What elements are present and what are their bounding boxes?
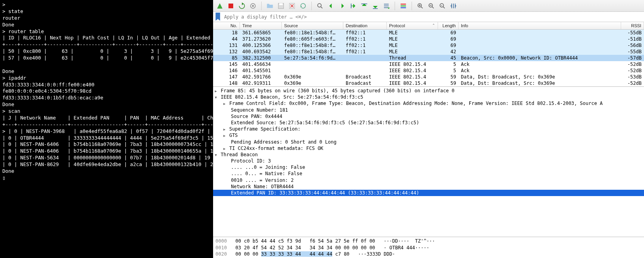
- detail-line[interactable]: GTS: [213, 132, 644, 138]
- packet-row[interactable]: 85382.3125005e:27:5a:54:f6:9d…Thread45Be…: [213, 55, 644, 61]
- expand-closed-icon[interactable]: [223, 100, 227, 107]
- close-file-button[interactable]: [288, 2, 296, 10]
- packet-row[interactable]: 148402.9193110x369eBroadcastIEEE 802.15.…: [213, 80, 644, 86]
- col-time[interactable]: Time: [240, 22, 282, 29]
- detail-line[interactable]: Extended PAN ID: 33:33:33:33:44:44:44:44…: [213, 190, 644, 196]
- stop-capture-button[interactable]: [227, 2, 235, 10]
- packet-row[interactable]: 146401.545501IEEE 802.15.45Ack-52dB: [213, 67, 644, 74]
- zoom-reset-button[interactable]: =: [438, 2, 447, 10]
- svg-rect-11: [401, 5, 406, 6]
- svg-point-2: [252, 5, 254, 7]
- hex-row[interactable]: 0010 03 20 4f 54 42 52 34 34 34 34 34 00…: [215, 245, 642, 251]
- col-info[interactable]: Info: [459, 22, 621, 29]
- svg-rect-0: [228, 4, 233, 8]
- find-button[interactable]: [316, 2, 324, 10]
- expand-closed-icon[interactable]: [214, 88, 218, 94]
- hex-row[interactable]: 0000 00 c0 b5 44 44 c5 f3 9d f6 54 5a 27…: [215, 238, 642, 244]
- detail-line[interactable]: 0010 .... = Version: 2: [213, 177, 644, 183]
- bookmark-icon[interactable]: [215, 14, 221, 20]
- packet-row[interactable]: 131400.125366fe80::f8e1:54b8:f…ff02::1ML…: [213, 42, 644, 49]
- detail-line[interactable]: Thread Beacon: [213, 151, 644, 158]
- svg-rect-7: [351, 4, 352, 8]
- open-file-button[interactable]: [266, 2, 274, 10]
- options-button[interactable]: [249, 2, 257, 10]
- detail-line[interactable]: Network Name: OTBR4444: [213, 183, 644, 190]
- svg-rect-8: [361, 4, 367, 4]
- expand-open-icon[interactable]: [214, 151, 218, 158]
- detail-line[interactable]: .... 0... = Native: False: [213, 170, 644, 177]
- colorize-button[interactable]: [399, 2, 408, 10]
- go-last-button[interactable]: [371, 2, 380, 10]
- go-forward-button[interactable]: [338, 2, 346, 10]
- col-dst[interactable]: Destination: [343, 22, 387, 29]
- svg-point-6: [318, 4, 321, 7]
- save-button[interactable]: [277, 2, 285, 10]
- main-toolbar: =: [213, 0, 644, 12]
- col-no[interactable]: No.: [213, 22, 240, 29]
- display-filter-input[interactable]: [223, 13, 642, 21]
- col-len[interactable]: Length: [438, 22, 459, 29]
- detail-line[interactable]: Sequence Number: 181: [213, 107, 644, 113]
- detail-line[interactable]: TI CC24xx-format metadata: FCS OK: [213, 145, 644, 151]
- terminal-pane[interactable]: > > state router Done > router table | I…: [0, 0, 213, 258]
- expand-open-icon[interactable]: [214, 94, 218, 100]
- resize-columns-button[interactable]: [449, 2, 458, 10]
- auto-scroll-button[interactable]: [382, 2, 391, 10]
- restart-capture-button[interactable]: [238, 2, 246, 10]
- expand-closed-icon[interactable]: [223, 132, 227, 138]
- go-back-button[interactable]: [327, 2, 335, 10]
- packet-details[interactable]: Frame 85: 45 bytes on wire (360 bits), 4…: [213, 87, 644, 237]
- expand-closed-icon[interactable]: [223, 145, 227, 151]
- packet-bytes[interactable]: 0000 00 c0 b5 44 44 c5 f3 9d f6 54 5a 27…: [213, 237, 644, 258]
- filter-bar: [213, 12, 644, 22]
- zoom-out-button[interactable]: [427, 2, 436, 10]
- col-src[interactable]: Source: [282, 22, 343, 29]
- detail-line[interactable]: Extended Source: 5e:27:5a:54:f6:9d:f3:c5…: [213, 120, 644, 126]
- expand-closed-icon[interactable]: [223, 126, 227, 132]
- detail-line[interactable]: Source PAN: 0x4444: [213, 113, 644, 120]
- hex-row[interactable]: 0020 00 00 00 33 33 33 33 44 44 44 44 c7…: [215, 251, 642, 257]
- go-to-packet-button[interactable]: [349, 2, 358, 10]
- detail-line[interactable]: .... ...0 = Joining: False: [213, 164, 644, 170]
- detail-line[interactable]: IEEE 802.15.4 Beacon, Src: 5e:27:5a:54:f…: [213, 94, 644, 100]
- packet-row[interactable]: 18361.665865fe80::18e1:54b8:f…ff02::1MLE…: [213, 30, 644, 36]
- wireshark-pane: = No. Time Source Destination Protocol⌃ …: [213, 0, 644, 258]
- col-rssi[interactable]: RSSI: [621, 22, 644, 29]
- zoom-in-button[interactable]: [416, 2, 425, 10]
- svg-text:=: =: [441, 4, 442, 6]
- packet-row[interactable]: 145401.456634IEEE 802.15.45Ack-52dB: [213, 61, 644, 67]
- packet-row[interactable]: 44371.273620fe80::605f:e603:f…ff02::1MLE…: [213, 36, 644, 42]
- col-proto[interactable]: Protocol⌃: [387, 22, 438, 29]
- packet-list[interactable]: No. Time Source Destination Protocol⌃ Le…: [213, 22, 644, 87]
- reload-button[interactable]: [299, 2, 307, 10]
- detail-line[interactable]: Protocol ID: 3: [213, 158, 644, 164]
- detail-line[interactable]: Frame 85: 45 bytes on wire (360 bits), 4…: [213, 88, 644, 94]
- svg-rect-12: [401, 7, 406, 8]
- detail-line[interactable]: Frame Control Field: 0xc000, Frame Type:…: [213, 100, 644, 107]
- go-first-button[interactable]: [360, 2, 369, 10]
- svg-rect-4: [279, 3, 283, 5]
- start-capture-button[interactable]: [215, 2, 224, 10]
- detail-line[interactable]: Superframe Specification:: [213, 126, 644, 132]
- svg-rect-9: [373, 8, 378, 9]
- detail-line[interactable]: Pending Addresses: 0 Short and 0 Long: [213, 139, 644, 145]
- svg-rect-10: [401, 4, 406, 5]
- packet-row[interactable]: 147402.5917660x369eBroadcastIEEE 802.15.…: [213, 74, 644, 80]
- packet-list-header: No. Time Source Destination Protocol⌃ Le…: [213, 22, 644, 30]
- packet-row[interactable]: 132400.693542fe80::f8e1:54b8:f…ff02::1ML…: [213, 49, 644, 55]
